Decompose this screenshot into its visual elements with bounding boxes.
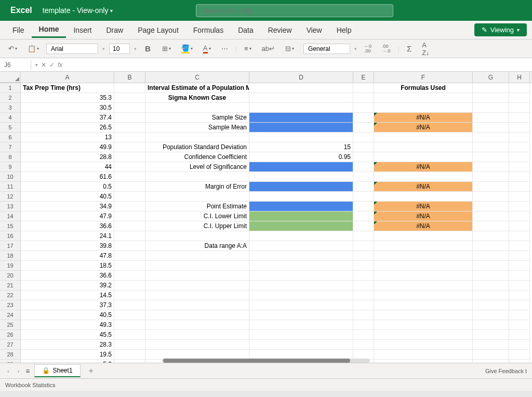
cell[interactable]: Population Standard Deviation xyxy=(145,142,249,152)
cell[interactable] xyxy=(473,231,509,241)
cell[interactable] xyxy=(509,123,530,133)
row-header[interactable]: 12 xyxy=(0,192,21,202)
cell[interactable]: Sample Mean xyxy=(145,123,249,133)
cell[interactable] xyxy=(249,162,353,172)
cell[interactable] xyxy=(114,103,145,113)
cell[interactable]: Formulas Used xyxy=(374,83,473,93)
row-header[interactable]: 29 xyxy=(0,360,21,363)
cell[interactable] xyxy=(374,350,473,360)
cell[interactable] xyxy=(374,340,473,350)
cell[interactable] xyxy=(374,142,473,152)
cell[interactable] xyxy=(509,360,530,363)
cell[interactable] xyxy=(249,281,353,290)
workbook-statistics[interactable]: Workbook Statistics xyxy=(5,382,55,388)
cell[interactable] xyxy=(473,123,509,133)
cell[interactable] xyxy=(374,93,473,103)
cell[interactable] xyxy=(114,310,145,320)
cell[interactable]: Point Estimate xyxy=(145,202,249,211)
cell[interactable] xyxy=(145,320,249,330)
cell[interactable] xyxy=(249,192,353,202)
cell[interactable] xyxy=(473,251,509,261)
cell[interactable] xyxy=(145,310,249,320)
cell[interactable] xyxy=(353,83,374,93)
cell[interactable] xyxy=(473,320,509,330)
cell[interactable] xyxy=(374,152,473,162)
cell[interactable] xyxy=(473,133,509,142)
cell[interactable] xyxy=(114,162,145,172)
cell[interactable] xyxy=(249,83,353,93)
cell[interactable] xyxy=(509,281,530,290)
cell[interactable] xyxy=(509,300,530,310)
cell[interactable] xyxy=(374,360,473,363)
cell[interactable] xyxy=(473,93,509,103)
cell[interactable] xyxy=(473,152,509,162)
cell[interactable] xyxy=(353,152,374,162)
cell[interactable] xyxy=(145,261,249,271)
cell[interactable] xyxy=(509,142,530,152)
row-header[interactable]: 19 xyxy=(0,261,21,271)
cell[interactable]: 35.3 xyxy=(21,93,114,103)
cell[interactable] xyxy=(249,310,353,320)
row-header[interactable]: 5 xyxy=(0,123,21,133)
cell[interactable] xyxy=(353,330,374,340)
cell[interactable] xyxy=(114,300,145,310)
cell[interactable] xyxy=(473,350,509,360)
cell[interactable] xyxy=(353,123,374,133)
row-header[interactable]: 18 xyxy=(0,251,21,261)
cell[interactable] xyxy=(473,202,509,211)
cell[interactable]: 36.6 xyxy=(21,221,114,231)
cell[interactable] xyxy=(509,320,530,330)
cell[interactable] xyxy=(249,290,353,300)
cell[interactable]: 39.2 xyxy=(21,281,114,290)
cell[interactable] xyxy=(145,300,249,310)
cell[interactable]: #N/A xyxy=(374,123,473,133)
cancel-icon[interactable]: ✕ xyxy=(41,61,46,69)
cell[interactable]: 61.6 xyxy=(21,172,114,182)
cell[interactable] xyxy=(509,172,530,182)
tab-formulas[interactable]: Formulas xyxy=(186,23,231,37)
cell[interactable] xyxy=(374,261,473,271)
cell[interactable] xyxy=(353,320,374,330)
cell[interactable] xyxy=(374,310,473,320)
tab-insert[interactable]: Insert xyxy=(66,23,99,37)
cell[interactable]: #N/A xyxy=(374,202,473,211)
cell[interactable] xyxy=(114,202,145,211)
cell[interactable] xyxy=(249,300,353,310)
cell[interactable] xyxy=(353,113,374,123)
cell[interactable] xyxy=(145,340,249,350)
row-header[interactable]: 27 xyxy=(0,340,21,350)
cell[interactable] xyxy=(473,330,509,340)
col-header-c[interactable]: C xyxy=(145,72,249,83)
cell[interactable] xyxy=(509,162,530,172)
cell[interactable] xyxy=(145,251,249,261)
cell[interactable] xyxy=(374,133,473,142)
cell[interactable]: Interval Estimate of a Population Mean: xyxy=(145,83,249,93)
row-header[interactable]: 17 xyxy=(0,241,21,251)
cell[interactable] xyxy=(249,231,353,241)
search-input[interactable] xyxy=(196,4,393,17)
cell[interactable] xyxy=(353,93,374,103)
enter-icon[interactable]: ✓ xyxy=(49,61,55,69)
cell[interactable] xyxy=(374,290,473,300)
cell[interactable]: 19.5 xyxy=(21,350,114,360)
cell[interactable]: C.I. Lower Limit xyxy=(145,211,249,221)
cell[interactable] xyxy=(353,182,374,192)
cell[interactable] xyxy=(509,192,530,202)
tab-review[interactable]: Review xyxy=(261,23,299,37)
cell[interactable] xyxy=(374,231,473,241)
cell[interactable]: Sigma Known Case xyxy=(145,93,249,103)
cell[interactable] xyxy=(374,241,473,251)
cell[interactable] xyxy=(114,290,145,300)
cell[interactable]: 0.5 xyxy=(21,182,114,192)
cell[interactable] xyxy=(249,93,353,103)
cell[interactable] xyxy=(509,241,530,251)
cell[interactable] xyxy=(114,320,145,330)
cell[interactable] xyxy=(249,182,353,192)
row-header[interactable]: 10 xyxy=(0,172,21,182)
cell[interactable] xyxy=(509,211,530,221)
cell[interactable] xyxy=(114,83,145,93)
cell[interactable] xyxy=(249,330,353,340)
tab-file[interactable]: File xyxy=(5,23,32,37)
cell[interactable] xyxy=(249,133,353,142)
cell[interactable] xyxy=(249,271,353,281)
